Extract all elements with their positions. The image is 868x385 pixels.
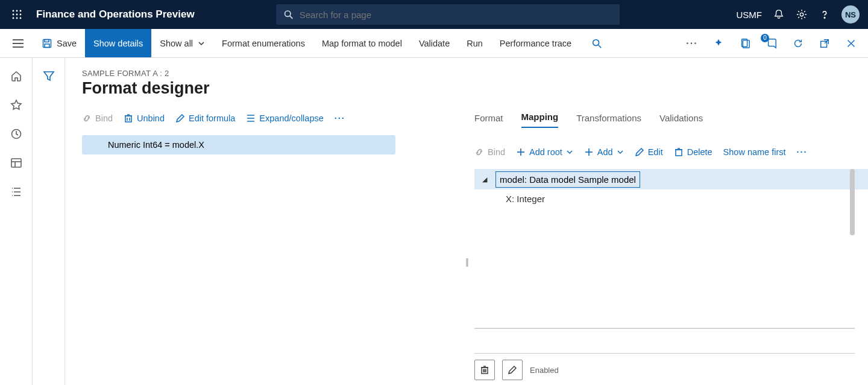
modules-icon[interactable] <box>10 186 22 198</box>
close-icon[interactable] <box>845 37 857 49</box>
right-tabs: Format Mapping Transformations Validatio… <box>474 106 855 128</box>
svg-point-8 <box>20 18 22 19</box>
overflow-icon[interactable]: ··· <box>686 37 698 49</box>
help-icon[interactable] <box>819 8 831 21</box>
svg-point-5 <box>20 14 22 16</box>
svg-point-7 <box>16 18 18 19</box>
show-name-first-label: Show name first <box>723 147 786 157</box>
attach-icon[interactable] <box>739 37 751 49</box>
property-delete-button[interactable] <box>474 360 495 380</box>
property-edit-button[interactable] <box>502 360 523 380</box>
datasource-root-node[interactable]: ◢ model: Data model Sample model <box>474 169 868 189</box>
validate-button[interactable]: Validate <box>410 29 458 57</box>
messages-icon[interactable]: 0 <box>766 37 778 49</box>
edit-button[interactable]: Edit <box>635 147 663 157</box>
splitter-grip[interactable]: || <box>465 257 467 267</box>
property-field[interactable] <box>474 328 855 354</box>
pencil-icon <box>635 147 644 157</box>
main-area: SAMPLE FORMAT A : 2 Format designer Bind… <box>0 58 868 385</box>
chevron-down-icon <box>566 148 573 156</box>
filter-icon[interactable] <box>43 70 55 82</box>
home-icon[interactable] <box>10 70 22 82</box>
save-label: Save <box>57 39 77 48</box>
svg-rect-48 <box>676 150 682 156</box>
vertical-scrollbar[interactable] <box>850 169 855 235</box>
delete-label: Delete <box>687 147 712 157</box>
show-all-label: Show all <box>160 39 193 48</box>
bind-button[interactable]: Bind <box>82 113 113 123</box>
svg-point-19 <box>593 39 599 45</box>
refresh-icon[interactable] <box>792 37 804 49</box>
add-root-label: Add root <box>529 147 562 157</box>
svg-rect-18 <box>45 44 49 48</box>
settings-gear-icon[interactable] <box>796 8 808 21</box>
edit-formula-button[interactable]: Edit formula <box>175 113 235 123</box>
format-enum-label: Format enumerations <box>222 39 305 48</box>
run-button[interactable]: Run <box>458 29 491 57</box>
delete-button[interactable]: Delete <box>674 147 712 157</box>
svg-rect-36 <box>125 116 131 122</box>
datasource-tree: ◢ model: Data model Sample model X: Inte… <box>474 169 855 208</box>
messages-badge: 0 <box>761 34 769 42</box>
app-launcher-icon[interactable] <box>5 0 29 29</box>
header-right: USMF NS <box>737 5 864 24</box>
tab-transformations[interactable]: Transformations <box>576 113 641 128</box>
link-icon <box>82 113 92 123</box>
run-label: Run <box>467 39 483 48</box>
svg-point-3 <box>13 14 14 16</box>
favorites-icon[interactable] <box>10 99 22 111</box>
svg-point-9 <box>285 11 290 16</box>
mapping-toolbar-overflow[interactable]: ··· <box>797 147 808 157</box>
expand-collapse-button[interactable]: Expand/collapse <box>246 113 323 123</box>
datasource-child-node[interactable]: X: Integer <box>474 189 855 208</box>
svg-point-11 <box>800 13 803 16</box>
list-icon <box>246 113 256 123</box>
page-title: Format designer <box>82 79 855 98</box>
format-tree-node[interactable]: Numeric Int64 = model.X <box>82 135 395 154</box>
add-button[interactable]: Add <box>584 147 624 157</box>
collapse-toggle-icon[interactable]: ◢ <box>479 176 491 183</box>
svg-rect-27 <box>11 159 21 167</box>
breadcrumb: SAMPLE FORMAT A : 2 <box>82 69 855 78</box>
notifications-icon[interactable] <box>773 8 785 21</box>
recent-icon[interactable] <box>10 128 22 140</box>
tab-validations-label: Validations <box>659 113 703 123</box>
tab-mapping[interactable]: Mapping <box>521 112 559 128</box>
global-search[interactable] <box>276 4 620 25</box>
copilot-icon[interactable] <box>712 37 725 49</box>
save-button[interactable]: Save <box>34 29 85 57</box>
user-avatar[interactable]: NS <box>841 5 860 24</box>
left-toolbar-overflow[interactable]: ··· <box>335 113 345 123</box>
find-icon[interactable] <box>591 37 603 49</box>
datasource-root-label: model: Data model Sample model <box>495 171 640 188</box>
popout-icon[interactable] <box>819 37 831 49</box>
nav-toggle-icon[interactable] <box>2 39 34 48</box>
svg-line-10 <box>290 16 292 19</box>
format-enumerations-button[interactable]: Format enumerations <box>213 29 313 57</box>
show-details-button[interactable]: Show details <box>85 29 151 57</box>
performance-trace-button[interactable]: Performance trace <box>491 29 580 57</box>
nav-rail <box>0 58 33 385</box>
global-search-input[interactable] <box>300 10 612 20</box>
app-title: Finance and Operations Preview <box>36 8 195 21</box>
plus-icon <box>516 147 526 157</box>
svg-point-4 <box>16 14 18 16</box>
pencil-icon <box>175 113 185 123</box>
add-label: Add <box>597 147 613 157</box>
unbind-button[interactable]: Unbind <box>124 113 165 123</box>
action-pane: Save Show details Show all Format enumer… <box>0 29 868 58</box>
workspaces-icon[interactable] <box>10 157 22 169</box>
tab-format[interactable]: Format <box>474 113 503 128</box>
datasource-child-label: X: Integer <box>506 194 545 204</box>
company-code[interactable]: USMF <box>737 10 763 20</box>
trash-icon <box>674 147 684 157</box>
show-all-button[interactable]: Show all <box>151 29 213 57</box>
svg-point-1 <box>16 10 18 12</box>
mapping-bind-button[interactable]: Bind <box>474 147 505 157</box>
map-format-button[interactable]: Map format to model <box>313 29 410 57</box>
perf-trace-label: Performance trace <box>500 39 571 48</box>
show-name-first-button[interactable]: Show name first <box>723 147 786 157</box>
add-root-button[interactable]: Add root <box>516 147 573 157</box>
tab-validations[interactable]: Validations <box>659 113 703 128</box>
chevron-down-icon <box>198 40 205 47</box>
